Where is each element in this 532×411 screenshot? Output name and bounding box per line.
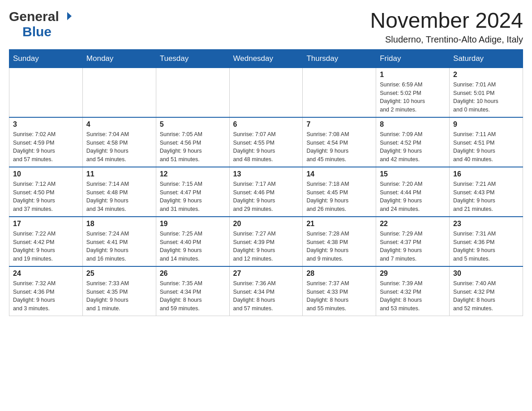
day-info: Sunrise: 7:39 AMSunset: 4:32 PMDaylight:… (380, 279, 446, 313)
day-number: 3 (13, 120, 79, 128)
day-info: Sunrise: 7:27 AMSunset: 4:39 PMDaylight:… (233, 230, 299, 263)
weekday-header-friday: Friday (376, 49, 450, 68)
calendar-cell (303, 68, 376, 117)
day-info: Sunrise: 7:02 AMSunset: 4:59 PMDaylight:… (13, 130, 79, 164)
day-info: Sunrise: 7:15 AMSunset: 4:47 PMDaylight:… (160, 180, 226, 214)
calendar-cell: 4Sunrise: 7:04 AMSunset: 4:58 PMDaylight… (82, 117, 156, 167)
weekday-header-saturday: Saturday (450, 49, 523, 68)
day-number: 6 (233, 120, 299, 128)
day-number: 28 (306, 270, 372, 278)
calendar-cell: 26Sunrise: 7:35 AMSunset: 4:34 PMDayligh… (156, 266, 229, 316)
logo-arrow-icon (60, 11, 73, 21)
day-info: Sunrise: 7:21 AMSunset: 4:43 PMDaylight:… (453, 180, 519, 214)
day-info: Sunrise: 7:25 AMSunset: 4:40 PMDaylight:… (160, 230, 226, 263)
calendar-cell: 21Sunrise: 7:28 AMSunset: 4:38 PMDayligh… (303, 217, 376, 266)
calendar-cell: 5Sunrise: 7:05 AMSunset: 4:56 PMDaylight… (156, 117, 229, 167)
day-number: 18 (86, 220, 152, 228)
day-number: 27 (233, 270, 299, 278)
day-info: Sunrise: 7:04 AMSunset: 4:58 PMDaylight:… (86, 130, 152, 164)
calendar-cell: 16Sunrise: 7:21 AMSunset: 4:43 PMDayligh… (450, 167, 523, 217)
week-row-3: 10Sunrise: 7:12 AMSunset: 4:50 PMDayligh… (9, 167, 523, 217)
day-info: Sunrise: 7:12 AMSunset: 4:50 PMDaylight:… (13, 180, 79, 214)
day-number: 1 (380, 71, 446, 79)
calendar-cell: 18Sunrise: 7:24 AMSunset: 4:41 PMDayligh… (82, 217, 156, 266)
weekday-header-tuesday: Tuesday (156, 49, 229, 68)
day-info: Sunrise: 7:20 AMSunset: 4:44 PMDaylight:… (380, 180, 446, 214)
calendar-cell: 27Sunrise: 7:36 AMSunset: 4:34 PMDayligh… (229, 266, 303, 316)
weekday-header-thursday: Thursday (303, 49, 376, 68)
day-number: 26 (160, 270, 226, 278)
day-info: Sunrise: 6:59 AMSunset: 5:02 PMDaylight:… (380, 81, 446, 114)
day-info: Sunrise: 7:07 AMSunset: 4:55 PMDaylight:… (233, 130, 299, 164)
calendar-cell: 2Sunrise: 7:01 AMSunset: 5:01 PMDaylight… (450, 68, 523, 117)
day-number: 15 (380, 170, 446, 178)
day-info: Sunrise: 7:33 AMSunset: 4:35 PMDaylight:… (86, 279, 152, 313)
day-info: Sunrise: 7:17 AMSunset: 4:46 PMDaylight:… (233, 180, 299, 214)
day-number: 16 (453, 170, 519, 178)
day-number: 10 (13, 170, 79, 178)
calendar-cell: 12Sunrise: 7:15 AMSunset: 4:47 PMDayligh… (156, 167, 229, 217)
day-number: 5 (160, 120, 226, 128)
calendar-cell: 9Sunrise: 7:11 AMSunset: 4:51 PMDaylight… (450, 117, 523, 167)
calendar-cell (82, 68, 156, 117)
day-number: 12 (160, 170, 226, 178)
calendar-cell: 17Sunrise: 7:22 AMSunset: 4:42 PMDayligh… (9, 217, 83, 266)
calendar-cell (9, 68, 83, 117)
calendar-cell: 24Sunrise: 7:32 AMSunset: 4:36 PMDayligh… (9, 266, 83, 316)
weekday-header-wednesday: Wednesday (229, 49, 303, 68)
weekday-header-row: SundayMondayTuesdayWednesdayThursdayFrid… (9, 49, 523, 68)
day-info: Sunrise: 7:29 AMSunset: 4:37 PMDaylight:… (380, 230, 446, 263)
day-info: Sunrise: 7:24 AMSunset: 4:41 PMDaylight:… (86, 230, 152, 263)
calendar-cell: 13Sunrise: 7:17 AMSunset: 4:46 PMDayligh… (229, 167, 303, 217)
calendar-cell: 10Sunrise: 7:12 AMSunset: 4:50 PMDayligh… (9, 167, 83, 217)
day-info: Sunrise: 7:14 AMSunset: 4:48 PMDaylight:… (86, 180, 152, 214)
page-header: General Blue November 2024 Sluderno, Tre… (9, 9, 523, 45)
logo-blue-text: Blue (22, 24, 51, 39)
day-number: 2 (453, 71, 519, 79)
day-number: 7 (306, 120, 372, 128)
week-row-4: 17Sunrise: 7:22 AMSunset: 4:42 PMDayligh… (9, 217, 523, 266)
calendar-table: SundayMondayTuesdayWednesdayThursdayFrid… (9, 49, 523, 316)
calendar-cell: 25Sunrise: 7:33 AMSunset: 4:35 PMDayligh… (82, 266, 156, 316)
day-info: Sunrise: 7:01 AMSunset: 5:01 PMDaylight:… (453, 81, 519, 114)
title-section: November 2024 Sluderno, Trentino-Alto Ad… (370, 9, 523, 45)
day-number: 11 (86, 170, 152, 178)
day-number: 14 (306, 170, 372, 178)
logo: General Blue (9, 9, 73, 39)
calendar-cell: 22Sunrise: 7:29 AMSunset: 4:37 PMDayligh… (376, 217, 450, 266)
calendar-cell: 23Sunrise: 7:31 AMSunset: 4:36 PMDayligh… (450, 217, 523, 266)
day-number: 30 (453, 270, 519, 278)
day-info: Sunrise: 7:05 AMSunset: 4:56 PMDaylight:… (160, 130, 226, 164)
day-number: 17 (13, 220, 79, 228)
calendar-cell: 19Sunrise: 7:25 AMSunset: 4:40 PMDayligh… (156, 217, 229, 266)
day-info: Sunrise: 7:11 AMSunset: 4:51 PMDaylight:… (453, 130, 519, 164)
calendar-cell: 15Sunrise: 7:20 AMSunset: 4:44 PMDayligh… (376, 167, 450, 217)
day-number: 20 (233, 220, 299, 228)
day-info: Sunrise: 7:18 AMSunset: 4:45 PMDaylight:… (306, 180, 372, 214)
week-row-5: 24Sunrise: 7:32 AMSunset: 4:36 PMDayligh… (9, 266, 523, 316)
day-number: 9 (453, 120, 519, 128)
calendar-cell: 6Sunrise: 7:07 AMSunset: 4:55 PMDaylight… (229, 117, 303, 167)
weekday-header-sunday: Sunday (9, 49, 83, 68)
location-text: Sluderno, Trentino-Alto Adige, Italy (370, 34, 523, 45)
day-info: Sunrise: 7:28 AMSunset: 4:38 PMDaylight:… (306, 230, 372, 263)
calendar-cell (156, 68, 229, 117)
day-info: Sunrise: 7:36 AMSunset: 4:34 PMDaylight:… (233, 279, 299, 313)
calendar-cell: 11Sunrise: 7:14 AMSunset: 4:48 PMDayligh… (82, 167, 156, 217)
day-number: 22 (380, 220, 446, 228)
day-info: Sunrise: 7:32 AMSunset: 4:36 PMDaylight:… (13, 279, 79, 313)
day-number: 13 (233, 170, 299, 178)
day-info: Sunrise: 7:09 AMSunset: 4:52 PMDaylight:… (380, 130, 446, 164)
calendar-cell: 8Sunrise: 7:09 AMSunset: 4:52 PMDaylight… (376, 117, 450, 167)
day-number: 23 (453, 220, 519, 228)
day-number: 24 (13, 270, 79, 278)
calendar-cell: 29Sunrise: 7:39 AMSunset: 4:32 PMDayligh… (376, 266, 450, 316)
logo-general-text: General (9, 9, 59, 24)
day-info: Sunrise: 7:40 AMSunset: 4:32 PMDaylight:… (453, 279, 519, 313)
calendar-cell (229, 68, 303, 117)
calendar-cell: 30Sunrise: 7:40 AMSunset: 4:32 PMDayligh… (450, 266, 523, 316)
day-info: Sunrise: 7:08 AMSunset: 4:54 PMDaylight:… (306, 130, 372, 164)
day-info: Sunrise: 7:37 AMSunset: 4:33 PMDaylight:… (306, 279, 372, 313)
week-row-1: 1Sunrise: 6:59 AMSunset: 5:02 PMDaylight… (9, 68, 523, 117)
calendar-cell: 28Sunrise: 7:37 AMSunset: 4:33 PMDayligh… (303, 266, 376, 316)
